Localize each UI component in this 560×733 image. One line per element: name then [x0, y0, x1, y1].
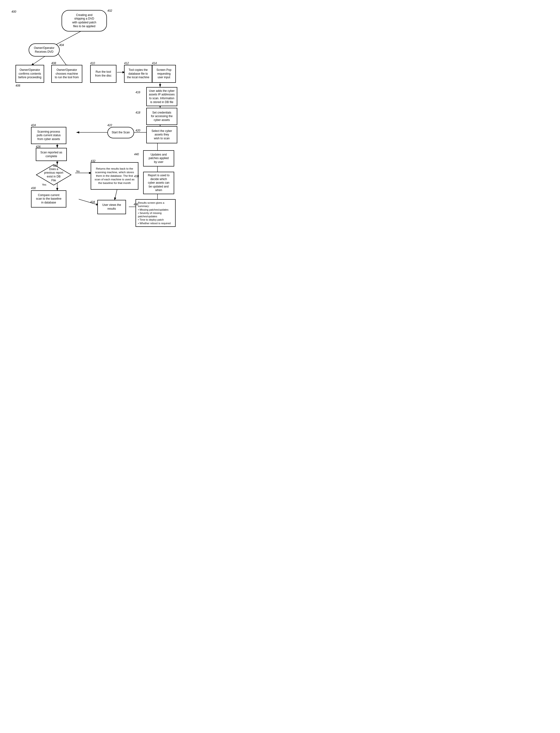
node-402: Creating andshipping a DVDwith updated p… [62, 10, 107, 32]
svg-line-2 [31, 56, 45, 66]
node-440: Updates andpatches appliedby user [143, 150, 174, 167]
label-402: 402 [107, 9, 112, 12]
label-400: 400 [11, 10, 16, 13]
label-420: 420 [136, 129, 140, 132]
node-412: Tool copies thedatabase file tothe local… [124, 65, 152, 83]
node-404: Owner/OperatorReceives DVD [29, 43, 60, 57]
node-434: User views theresults [97, 200, 126, 214]
node-410: Run the toolfrom the disc [90, 65, 116, 83]
label-422: 422 [107, 124, 112, 127]
label-418: 418 [136, 111, 140, 114]
label-412: 412 [124, 62, 129, 65]
arrow-label-yes: Yes [42, 183, 46, 186]
label-432: 432 [91, 159, 95, 163]
label-414: 414 [152, 62, 157, 65]
node-406: Owner/Operatorconfirms contentsbefore pr… [16, 65, 44, 83]
label-416: 416 [136, 91, 140, 94]
svg-line-1 [52, 30, 84, 47]
node-408: Owner/Operatorchooses machineto run the … [51, 65, 82, 83]
label-434: 434 [90, 200, 95, 204]
svg-line-16 [79, 199, 99, 205]
node-436: Results screen gives a summary:• Missing… [136, 199, 176, 227]
node-438: Report is used todecide whichcyber asset… [143, 172, 174, 194]
label-430: 430 [31, 187, 36, 190]
label-440: 440 [134, 153, 139, 156]
flowchart-diagram: 400 Creating andshipping a DVDwith updat… [5, 5, 177, 231]
node-420: Select the cyberassets theywish to scan [146, 126, 177, 143]
label-438: 438 [134, 175, 139, 178]
label-424: 424 [31, 124, 36, 127]
node-430: Compare currentscan to the baselinein da… [31, 190, 66, 208]
label-404: 404 [59, 43, 64, 47]
node-414: Screen Poprequestinguser input [152, 65, 176, 83]
label-408: 408 [51, 62, 56, 65]
label-410: 410 [90, 62, 95, 65]
arrow-label-no: No [76, 170, 80, 173]
label-436: 436 [134, 203, 138, 206]
node-432: Returns the results back to thescanning … [91, 162, 138, 190]
node-422: Start the Scan [107, 127, 134, 138]
label-426: 426 [36, 145, 41, 148]
node-428: Does aprevious reportexist in DBFile [36, 164, 72, 186]
node-426: Scan reported ascomplete [36, 148, 67, 161]
node-424: Scanning processpulls current statusfrom… [31, 127, 66, 144]
node-416: User adds the cyberassets IP addressesto… [146, 87, 177, 106]
node-418: Set credentialsfor accessing thecyber as… [146, 108, 177, 125]
label-406: 406 [16, 84, 20, 87]
